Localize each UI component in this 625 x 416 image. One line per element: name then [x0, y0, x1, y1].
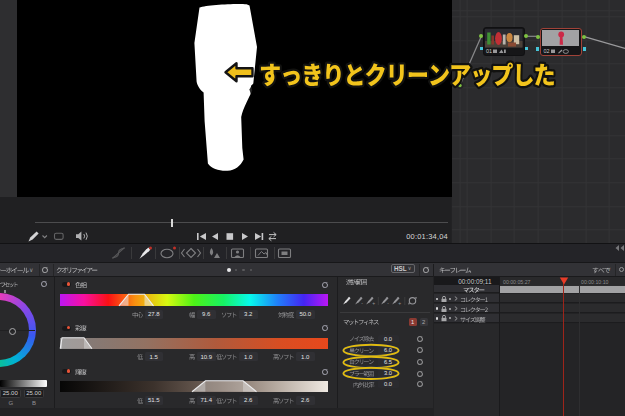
svg-text:-: -: [361, 300, 363, 306]
svg-text:-: -: [387, 300, 389, 306]
svg-text:+: +: [398, 300, 401, 306]
svg-text:+: +: [372, 300, 375, 306]
